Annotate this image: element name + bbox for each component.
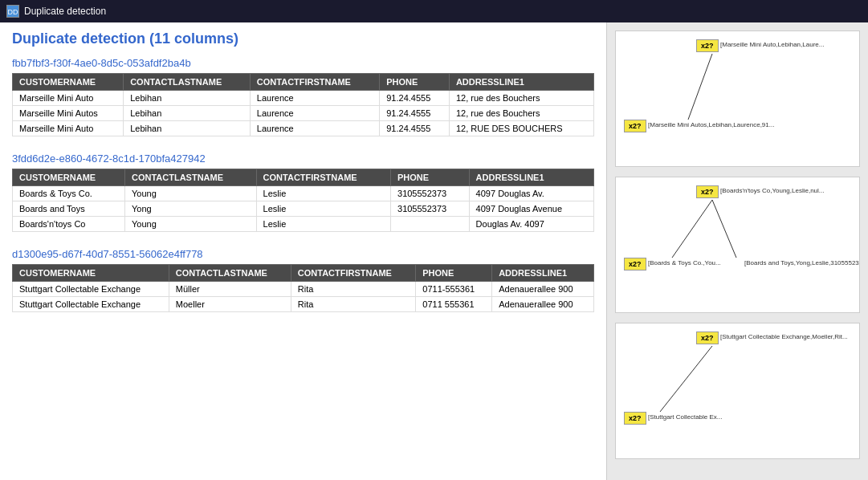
graph-node-label: [Stuttgart Collectable Exchange,Moeller,…	[720, 333, 848, 340]
graph-node-label: [Marseille Mini Autos,Lebihan,Laurence,9…	[648, 121, 774, 128]
table-cell: Rita	[291, 282, 416, 297]
table-cell: Leslie	[256, 186, 390, 201]
table-cell: Douglas Av. 4097	[469, 217, 593, 232]
title-bar: DD Duplicate detection	[0, 0, 868, 22]
group-id-link[interactable]: 3fdd6d2e-e860-4672-8c1d-170bfa427942	[12, 153, 594, 165]
table-cell: 12, rue des Bouchers	[449, 91, 593, 106]
table-header: CUSTOMERNAME	[13, 169, 125, 186]
table-row[interactable]: Stuttgart Collectable ExchangeMoellerRit…	[13, 297, 594, 312]
graph-node-label: [Marseille Mini Auto,Lebihan,Laure...	[720, 41, 824, 48]
table-cell: Marseille Mini Autos	[13, 106, 124, 121]
table-cell: Lebihan	[124, 91, 251, 106]
table-cell: 4097 Douglas Avenue	[469, 201, 593, 217]
table-cell: Yong	[124, 201, 256, 217]
duplicate-group: fbb7fbf3-f30f-4ae0-8d5c-053afdf2ba4bCUST…	[12, 57, 594, 136]
graph-container: x2?[Boards'n'toys Co,Young,Leslie,nul...…	[615, 177, 860, 313]
graph-container: x2?[Marseille Mini Auto,Lebihan,Laure...…	[615, 31, 860, 167]
table-cell: Marseille Mini Auto	[13, 121, 124, 136]
duplicate-group: 3fdd6d2e-e860-4672-8c1d-170bfa427942CUST…	[12, 153, 594, 232]
svg-line-3	[660, 346, 712, 412]
table-cell: Boards and Toys	[13, 201, 125, 217]
graph-node-label: [Boards'n'toys Co,Young,Leslie,nul...	[720, 187, 825, 194]
table-header: CUSTOMERNAME	[13, 74, 124, 91]
duplicate-table: CUSTOMERNAMECONTACTLASTNAMECONTACTFIRSTN…	[12, 264, 594, 312]
table-cell: Marseille Mini Auto	[13, 91, 124, 106]
svg-line-1	[672, 200, 712, 258]
group-id-link[interactable]: d1300e95-d67f-40d7-8551-56062e4ff778	[12, 248, 594, 260]
table-header: CONTACTFIRSTNAME	[291, 265, 416, 282]
table-cell: 12, rue des Bouchers	[449, 106, 593, 121]
table-cell: 91.24.4555	[380, 91, 450, 106]
graph-node-label: [Boards and Toys,Yong,Leslie,3105552373,…	[744, 259, 860, 266]
table-cell: Leslie	[256, 217, 390, 232]
graph-node-label: [Boards & Toys Co.,You...	[648, 259, 721, 266]
table-cell: 3105552373	[391, 201, 470, 217]
title-bar-text: Duplicate detection	[24, 6, 106, 17]
table-row[interactable]: Marseille Mini AutoLebihanLaurence91.24.…	[13, 91, 594, 106]
graph-node-label: [Stuttgart Collectable Ex...	[648, 413, 723, 421]
table-header: ADDRESSLINE1	[492, 265, 594, 282]
table-header: CONTACTLASTNAME	[124, 169, 256, 186]
table-header: PHONE	[380, 74, 450, 91]
table-cell: Adenauerallee 900	[492, 297, 594, 312]
graph-node: x2?	[624, 120, 646, 132]
table-header: CUSTOMERNAME	[13, 265, 169, 282]
table-cell: Moeller	[169, 297, 291, 312]
graph-node: x2?	[624, 412, 646, 425]
table-cell: 91.24.4555	[380, 106, 450, 121]
table-cell: 12, RUE DES BOUCHERS	[449, 121, 593, 136]
svg-line-2	[712, 200, 736, 258]
graph-node: x2?	[624, 258, 646, 271]
graph-node: x2?	[696, 332, 719, 344]
table-cell: 0711 555361	[416, 297, 492, 312]
table-row[interactable]: Boards'n'toys CoYoungLeslieDouglas Av. 4…	[13, 217, 594, 232]
table-header: CONTACTFIRSTNAME	[256, 169, 390, 186]
table-header: CONTACTLASTNAME	[169, 265, 291, 282]
table-cell: Stuttgart Collectable Exchange	[13, 297, 169, 312]
app-icon: DD	[6, 5, 19, 18]
graph-container: x2?[Stuttgart Collectable Exchange,Moell…	[615, 323, 860, 459]
table-cell: Young	[124, 217, 256, 232]
table-cell: 0711-555361	[416, 282, 492, 297]
table-cell: 91.24.4555	[380, 121, 450, 136]
left-panel: Duplicate detection (11 columns) fbb7fbf…	[0, 22, 606, 480]
table-cell: Adenauerallee 900	[492, 282, 594, 297]
duplicate-table: CUSTOMERNAMECONTACTLASTNAMECONTACTFIRSTN…	[12, 169, 594, 232]
table-row[interactable]: Boards & Toys Co.YoungLeslie310555237340…	[13, 186, 594, 201]
table-cell: Laurence	[250, 106, 379, 121]
table-header: CONTACTLASTNAME	[124, 74, 251, 91]
table-row[interactable]: Marseille Mini AutoLebihanLaurence91.24.…	[13, 121, 594, 136]
table-row[interactable]: Marseille Mini AutosLebihanLaurence91.24…	[13, 106, 594, 121]
table-row[interactable]: Boards and ToysYongLeslie31055523734097 …	[13, 201, 594, 217]
table-cell: Boards'n'toys Co	[13, 217, 125, 232]
table-header: ADDRESSLINE1	[469, 169, 593, 186]
table-cell: Young	[124, 186, 256, 201]
table-cell: Müller	[169, 282, 291, 297]
table-cell: Laurence	[250, 91, 379, 106]
svg-line-0	[688, 54, 712, 120]
graph-node: x2?	[696, 185, 719, 198]
table-cell: Stuttgart Collectable Exchange	[13, 282, 169, 297]
table-cell: 4097 Douglas Av.	[469, 186, 593, 201]
table-cell: Laurence	[250, 121, 379, 136]
table-header: ADDRESSLINE1	[449, 74, 593, 91]
page-title: Duplicate detection (11 columns)	[12, 31, 594, 47]
table-cell: Boards & Toys Co.	[13, 186, 125, 201]
table-header: CONTACTFIRSTNAME	[250, 74, 379, 91]
right-panel: x2?[Marseille Mini Auto,Lebihan,Laure...…	[606, 22, 868, 480]
duplicate-table: CUSTOMERNAMECONTACTLASTNAMECONTACTFIRSTN…	[12, 73, 594, 136]
group-id-link[interactable]: fbb7fbf3-f30f-4ae0-8d5c-053afdf2ba4b	[12, 57, 594, 69]
table-cell: 3105552373	[391, 186, 470, 201]
table-cell	[391, 217, 470, 232]
table-cell: Lebihan	[124, 121, 251, 136]
table-cell: Lebihan	[124, 106, 251, 121]
table-cell: Rita	[291, 297, 416, 312]
table-cell: Leslie	[256, 201, 390, 217]
graph-node: x2?	[696, 39, 719, 52]
table-header: PHONE	[416, 265, 492, 282]
table-row[interactable]: Stuttgart Collectable ExchangeMüllerRita…	[13, 282, 594, 297]
duplicate-group: d1300e95-d67f-40d7-8551-56062e4ff778CUST…	[12, 248, 594, 312]
table-header: PHONE	[391, 169, 470, 186]
